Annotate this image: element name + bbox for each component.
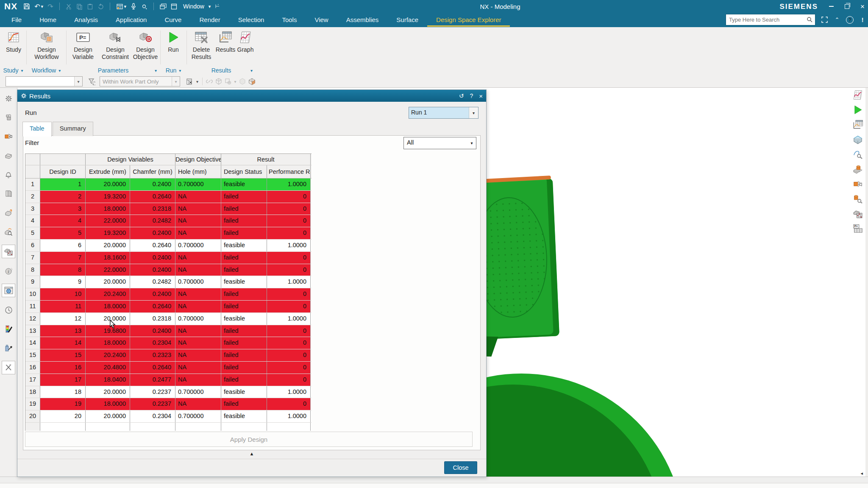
cell-extrude[interactable]: 20.0000 (86, 178, 130, 190)
cell-chamfer[interactable]: 0.2482 (130, 276, 175, 288)
cell-hole[interactable]: NA (175, 191, 221, 203)
cell-hole[interactable]: NA (175, 398, 221, 410)
feature-edit-icon[interactable] (852, 193, 863, 204)
cell-performance-rating[interactable] (267, 423, 311, 431)
delete-results-button[interactable]: Delete Results (188, 30, 214, 61)
locate-icon[interactable] (223, 77, 233, 86)
cell-chamfer[interactable]: 0.2640 (130, 301, 175, 312)
cell-hole[interactable]: NA (175, 374, 221, 386)
group-study[interactable]: Study▾ (0, 66, 26, 75)
cell-chamfer[interactable]: 0.2640 (130, 240, 175, 251)
design-constraint-button[interactable]: Design Constraint (99, 30, 131, 61)
cell-hole[interactable]: 0.700000 (175, 313, 221, 325)
cell-design-status[interactable]: feasible (221, 313, 267, 325)
table-row[interactable]: 4 4 22.0000 0.2482 NA failed 0 (25, 215, 312, 227)
cell-performance-rating[interactable]: 0 (267, 288, 311, 300)
search-input[interactable] (728, 16, 807, 23)
dialog-collapse-arrow[interactable]: ▲ (17, 451, 486, 456)
cell-design-id[interactable]: 2 (40, 191, 86, 203)
group-parameters[interactable]: Parameters▾ (66, 66, 160, 75)
cell-performance-rating[interactable]: 0 (267, 252, 311, 264)
cell-design-id[interactable]: 15 (40, 349, 86, 361)
cell-design-status[interactable]: failed (221, 325, 267, 337)
close-window-button[interactable]: × (860, 3, 865, 10)
col-header-design-status[interactable]: Design Status (221, 165, 267, 178)
cell-design-status[interactable]: failed (221, 337, 267, 349)
cell-design-status[interactable]: failed (221, 349, 267, 361)
cell-hole[interactable]: NA (175, 203, 221, 215)
expressions-table-icon[interactable]: P= (852, 223, 863, 234)
filter-select-caret-icon[interactable]: ▾ (467, 137, 476, 149)
copy-icon[interactable] (76, 3, 83, 10)
cell-hole[interactable]: NA (175, 227, 221, 239)
run-button[interactable]: Run (162, 30, 185, 53)
table-row[interactable]: 20 20 20.0000 0.2304 0.700000 feasible 1… (25, 410, 312, 423)
design-objective-button[interactable]: Design Objective (132, 30, 159, 61)
table-row[interactable]: 13 13 19.6800 0.2400 NA failed 0 (25, 325, 312, 337)
cell-hole[interactable]: 0.700000 (175, 276, 221, 288)
cell-extrude[interactable]: 19.3200 (86, 191, 130, 203)
cell-design-id[interactable]: 16 (40, 362, 86, 374)
table-row[interactable]: 6 6 20.0000 0.2640 0.700000 feasible 1.0… (25, 240, 312, 252)
cell-performance-rating[interactable]: 0 (267, 227, 311, 239)
transform-icon[interactable] (97, 3, 104, 10)
design-workflow-button[interactable]: Design Workflow (28, 30, 65, 61)
cell-extrude[interactable]: 20.2400 (86, 288, 130, 300)
cell-extrude[interactable]: 22.0000 (86, 215, 130, 227)
cell-chamfer[interactable]: 0.2400 (130, 178, 175, 190)
menu-tab[interactable]: Surface (387, 13, 427, 27)
cell-performance-rating[interactable]: 0 (267, 325, 311, 337)
results-shortcut-icon[interactable] (852, 119, 863, 130)
cell-extrude[interactable]: 22.0000 (86, 264, 130, 276)
cell-extrude[interactable]: 18.0000 (86, 398, 130, 410)
cell-chamfer[interactable]: 0.2237 (130, 386, 175, 398)
cell-hole[interactable]: 0.700000 (175, 386, 221, 398)
col-header-design-id[interactable]: Design ID (40, 165, 86, 178)
cell-hole[interactable]: 0.700000 (175, 178, 221, 190)
table-row[interactable]: 8 8 22.0000 0.2400 NA failed 0 (25, 264, 312, 276)
cell-design-id[interactable]: 6 (40, 240, 86, 251)
customize-tools-icon[interactable] (2, 361, 15, 374)
design-explorer-shortcut-icon[interactable] (852, 208, 863, 219)
web-browser-icon[interactable] (2, 284, 15, 297)
cell-chamfer[interactable]: 0.2400 (130, 264, 175, 276)
table-row[interactable]: 3 3 18.0000 0.2318 NA failed 0 (25, 203, 312, 215)
cell-extrude[interactable]: 20.0000 (86, 410, 130, 422)
cell-extrude[interactable]: 20.0000 (86, 240, 130, 251)
cell-design-status[interactable]: feasible (221, 178, 267, 190)
menu-tab[interactable]: Home (31, 13, 65, 27)
cascade-windows-icon[interactable] (160, 3, 167, 10)
cell-extrude[interactable]: 20.4800 (86, 362, 130, 374)
command-search[interactable] (726, 14, 815, 25)
cell-design-id[interactable]: 1 (40, 178, 86, 190)
results-button[interactable]: Results (215, 30, 236, 53)
cell-design-id[interactable]: 4 (40, 215, 86, 227)
table-row[interactable]: 19 19 18.0000 0.2237 NA failed 0 (25, 398, 312, 410)
boss-feature-icon[interactable] (852, 164, 863, 175)
window-menu[interactable]: Window (183, 3, 204, 10)
cell-design-id[interactable]: 7 (40, 252, 86, 264)
undo-button[interactable]: ↶▾ (34, 3, 43, 11)
cell-design-status[interactable]: failed (221, 215, 267, 227)
menu-tab[interactable]: Design Space Explorer (427, 13, 510, 27)
cell-hole[interactable]: NA (175, 337, 221, 349)
filter-reset-icon[interactable] (87, 77, 96, 86)
filter-select[interactable]: All ▾ (403, 137, 476, 149)
cell-design-id[interactable]: 10 (40, 288, 86, 300)
shaded-cube-icon[interactable] (238, 77, 247, 86)
cell-design-status[interactable]: feasible (221, 386, 267, 398)
cell-chamfer[interactable]: 0.2318 (130, 203, 175, 215)
graph-button[interactable]: Graph (236, 30, 255, 53)
constraint-shortcut-icon[interactable] (852, 178, 863, 190)
roles-gear-icon[interactable] (2, 92, 15, 105)
cell-extrude[interactable]: 18.0000 (86, 301, 130, 312)
history-books-icon[interactable] (2, 187, 15, 200)
cell-design-id[interactable]: 13 (40, 325, 86, 337)
cell-design-id[interactable]: 3 (40, 203, 86, 215)
notification-bell-icon[interactable] (2, 168, 15, 181)
menu-tab[interactable]: Application (107, 13, 156, 27)
table-row[interactable]: 10 10 20.2400 0.2400 NA failed 0 (25, 288, 312, 301)
visualization-palette-icon[interactable] (2, 323, 15, 335)
constraint-navigator-icon[interactable] (2, 130, 15, 143)
cell-hole[interactable]: NA (175, 362, 221, 374)
